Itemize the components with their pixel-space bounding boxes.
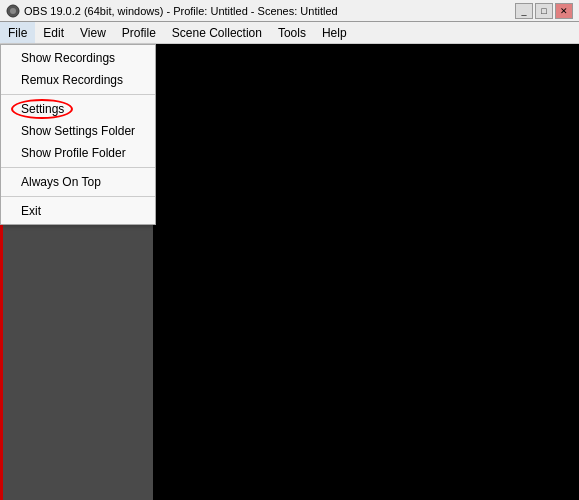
menu-item-profile[interactable]: Profile (114, 22, 164, 43)
menu-item-scene-collection[interactable]: Scene Collection (164, 22, 270, 43)
dropdown-item-show-profile-folder[interactable]: Show Profile Folder (1, 142, 155, 164)
menu-item-tools[interactable]: Tools (270, 22, 314, 43)
maximize-button[interactable]: □ (535, 3, 553, 19)
menu-item-help[interactable]: Help (314, 22, 355, 43)
menu-help-label: Help (322, 26, 347, 40)
dropdown-item-show-recordings[interactable]: Show Recordings (1, 47, 155, 69)
preview-area (153, 44, 579, 500)
minimize-button[interactable]: _ (515, 3, 533, 19)
dropdown-item-show-settings-folder[interactable]: Show Settings Folder (1, 120, 155, 142)
separator-2 (1, 167, 155, 168)
menu-tools-label: Tools (278, 26, 306, 40)
menu-bar: File Show Recordings Remux Recordings Se… (0, 22, 579, 44)
title-bar-controls: _ □ ✕ (515, 3, 573, 19)
separator-3 (1, 196, 155, 197)
settings-label: Settings (21, 102, 64, 116)
svg-point-1 (10, 8, 16, 14)
dropdown-item-settings[interactable]: Settings (1, 98, 155, 120)
app-icon (6, 4, 20, 18)
title-bar-text: OBS 19.0.2 (64bit, windows) - Profile: U… (24, 5, 515, 17)
dropdown-item-remux-recordings[interactable]: Remux Recordings (1, 69, 155, 91)
menu-item-edit[interactable]: Edit (35, 22, 72, 43)
close-button[interactable]: ✕ (555, 3, 573, 19)
dropdown-item-exit[interactable]: Exit (1, 200, 155, 222)
menu-file-label: File (8, 26, 27, 40)
separator-1 (1, 94, 155, 95)
dropdown-item-always-on-top[interactable]: Always On Top (1, 171, 155, 193)
menu-item-view[interactable]: View (72, 22, 114, 43)
menu-scene-collection-label: Scene Collection (172, 26, 262, 40)
menu-view-label: View (80, 26, 106, 40)
file-dropdown-menu: Show Recordings Remux Recordings Setting… (0, 44, 156, 225)
menu-edit-label: Edit (43, 26, 64, 40)
menu-profile-label: Profile (122, 26, 156, 40)
title-bar: OBS 19.0.2 (64bit, windows) - Profile: U… (0, 0, 579, 22)
menu-item-file[interactable]: File Show Recordings Remux Recordings Se… (0, 22, 35, 43)
